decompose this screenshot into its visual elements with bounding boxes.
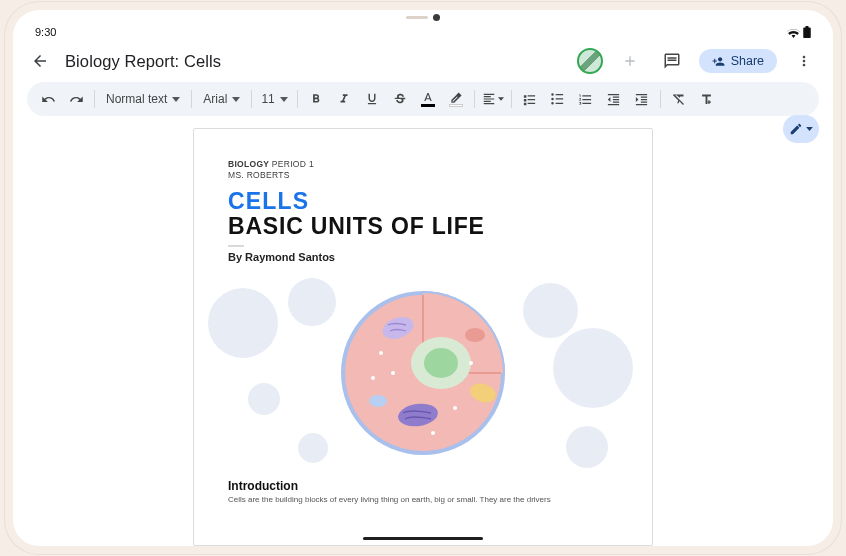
toolbar-container: Normal text Arial 11 (13, 82, 833, 116)
redo-icon (69, 92, 84, 107)
undo-icon (41, 92, 56, 107)
person-add-icon (712, 55, 725, 68)
title-line-1: CELLS (228, 188, 618, 215)
bold-button[interactable] (303, 86, 329, 112)
arrow-left-icon (31, 52, 49, 70)
clear-formatting-button[interactable] (666, 86, 692, 112)
font-label: Arial (203, 92, 227, 106)
docs-app: Biology Report: Cells Share (13, 40, 833, 546)
status-bar: 9:30 (13, 10, 833, 40)
title-bar: Biology Report: Cells Share (13, 40, 833, 82)
font-size-label: 11 (261, 92, 274, 106)
document-title[interactable]: Biology Report: Cells (65, 52, 221, 71)
strikethrough-icon (393, 92, 407, 106)
more-options-button[interactable] (789, 46, 819, 76)
user-avatar[interactable] (577, 48, 603, 74)
indent-decrease-icon (606, 92, 621, 107)
svg-point-12 (371, 376, 375, 380)
indent-increase-icon (634, 92, 649, 107)
align-button[interactable] (480, 86, 506, 112)
status-indicators (787, 26, 811, 38)
comment-icon (663, 52, 681, 70)
chevron-down-icon (280, 97, 288, 102)
text-color-button[interactable] (415, 86, 441, 112)
svg-point-8 (369, 395, 387, 407)
document-page[interactable]: BIOLOGY PERIOD 1 MS. ROBERTS CELLS BASIC… (193, 128, 653, 546)
document-canvas[interactable]: BIOLOGY PERIOD 1 MS. ROBERTS CELLS BASIC… (13, 116, 833, 546)
formatting-toolbar: Normal text Arial 11 (27, 82, 819, 116)
text-color-icon (421, 91, 435, 103)
cell-illustration (218, 273, 628, 473)
bold-icon (309, 92, 323, 106)
strikethrough-button[interactable] (387, 86, 413, 112)
chevron-down-icon (498, 97, 504, 101)
svg-point-5 (465, 328, 485, 342)
status-time: 9:30 (35, 26, 56, 38)
share-button[interactable]: Share (699, 49, 777, 73)
redo-button[interactable] (63, 86, 89, 112)
checklist-button[interactable] (517, 86, 543, 112)
wifi-icon (787, 27, 800, 38)
svg-point-9 (379, 351, 383, 355)
chevron-down-icon (172, 97, 180, 102)
more-vert-icon (796, 53, 812, 69)
numbered-list-button[interactable] (573, 86, 599, 112)
italic-button[interactable] (331, 86, 357, 112)
chevron-down-icon (232, 97, 240, 102)
format-icon (699, 92, 714, 107)
svg-point-13 (431, 431, 435, 435)
section-heading: Introduction (228, 479, 618, 493)
style-label: Normal text (106, 92, 167, 106)
share-label: Share (731, 54, 764, 68)
highlight-color-button[interactable] (443, 86, 469, 112)
clear-formatting-icon (671, 92, 686, 107)
font-size-select[interactable]: 11 (257, 86, 291, 112)
underline-icon (365, 92, 379, 106)
plus-icon (622, 53, 638, 69)
course-eyebrow: BIOLOGY PERIOD 1 MS. ROBERTS (228, 159, 618, 180)
navigation-handle[interactable] (363, 537, 483, 541)
add-collaborator-button[interactable] (615, 46, 645, 76)
underline-button[interactable] (359, 86, 385, 112)
title-line-2: BASIC UNITS OF LIFE (228, 213, 618, 240)
tablet-frame: 9:30 Biology Report: Cells Share (13, 10, 833, 546)
paragraph-style-select[interactable]: Normal text (100, 86, 186, 112)
indent-decrease-button[interactable] (601, 86, 627, 112)
bulleted-list-button[interactable] (545, 86, 571, 112)
svg-point-10 (391, 371, 395, 375)
svg-point-11 (453, 406, 457, 410)
section-body: Cells are the building blocks of every l… (228, 495, 618, 505)
font-family-select[interactable]: Arial (197, 86, 246, 112)
indent-increase-button[interactable] (629, 86, 655, 112)
highlight-icon (449, 91, 463, 103)
checklist-icon (522, 92, 537, 107)
italic-icon (337, 92, 351, 106)
byline: By Raymond Santos (228, 251, 618, 263)
comments-button[interactable] (657, 46, 687, 76)
align-left-icon (482, 92, 496, 106)
numbered-list-icon (578, 92, 593, 107)
battery-icon (803, 26, 811, 38)
title-rule (228, 245, 244, 247)
bullet-list-icon (550, 92, 565, 107)
svg-point-3 (424, 348, 458, 378)
insert-button[interactable] (694, 86, 720, 112)
back-button[interactable] (27, 48, 53, 74)
undo-button[interactable] (35, 86, 61, 112)
svg-point-14 (469, 361, 473, 365)
